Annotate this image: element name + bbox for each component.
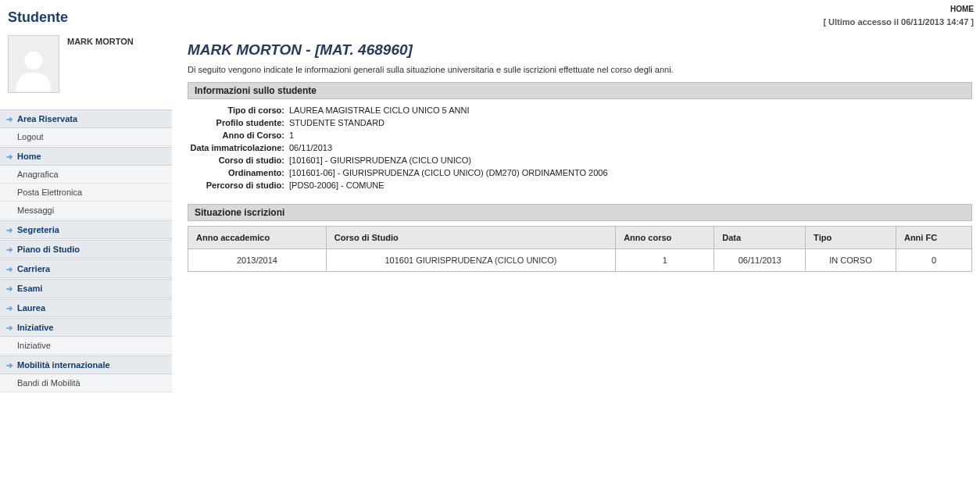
info-value: [101601] - GIURISPRUDENZA (CICLO UNICO) — [289, 155, 471, 165]
arrow-right-icon: ➔ — [6, 324, 13, 332]
table-cell: 06/11/2013 — [714, 249, 806, 272]
nav-item[interactable]: Posta Elettronica — [0, 184, 172, 202]
nav-heading[interactable]: ➔Segreteria — [0, 220, 172, 239]
table-header: Corso di Studio — [326, 227, 615, 249]
nav-heading-label: Esami — [17, 284, 42, 293]
nav-item[interactable]: Anagrafica — [0, 166, 172, 184]
table-cell: 0 — [896, 249, 971, 272]
info-value: STUDENTE STANDARD — [289, 118, 384, 127]
table-cell: 1 — [616, 249, 714, 272]
nav-heading-label: Laurea — [17, 303, 45, 313]
avatar — [8, 35, 59, 93]
nav-heading[interactable]: ➔Mobilità internazionale — [0, 356, 172, 374]
page-title: MARK MORTON - [MAT. 468960] — [188, 32, 972, 65]
sidebar-title: Studente — [0, 3, 68, 32]
nav-heading[interactable]: ➔Carriera — [0, 259, 172, 278]
nav-item[interactable]: Logout — [0, 128, 172, 146]
section-enrollments: Situazione iscrizioni — [188, 204, 972, 221]
info-value: 1 — [289, 130, 294, 140]
table-cell: 2013/2014 — [188, 249, 327, 272]
arrow-right-icon: ➔ — [6, 152, 13, 161]
main-content: MARK MORTON - [MAT. 468960] Di seguito v… — [172, 32, 980, 392]
student-info-table: Tipo di corso:LAUREA MAGISTRALE CICLO UN… — [188, 104, 972, 191]
table-cell: IN CORSO — [806, 249, 896, 272]
nav-heading-label: Segreteria — [17, 225, 59, 234]
intro-text: Di seguito vengono indicate le informazi… — [188, 65, 972, 82]
arrow-right-icon: ➔ — [6, 115, 13, 123]
table-header: Tipo — [806, 227, 896, 249]
arrow-right-icon: ➔ — [6, 284, 13, 293]
info-label: Profilo studente: — [188, 118, 289, 127]
info-label: Corso di studio: — [188, 155, 289, 165]
nav-heading[interactable]: ➔Home — [0, 147, 172, 166]
nav-item[interactable]: Bandi di Mobilità — [0, 374, 172, 392]
info-value: [PDS0-2006] - COMUNE — [289, 181, 384, 190]
arrow-right-icon: ➔ — [6, 226, 13, 234]
table-header: Data — [714, 227, 806, 249]
last-access-text: [ Ultimo accesso il 06/11/2013 14:47 ] — [823, 14, 974, 27]
nav-heading-label: Mobilità internazionale — [17, 360, 110, 370]
svg-point-0 — [24, 52, 42, 70]
student-name: MARK MORTON — [59, 35, 134, 46]
nav-heading-label: Home — [17, 152, 41, 161]
nav-heading[interactable]: ➔Iniziative — [0, 318, 172, 337]
info-label: Anno di Corso: — [188, 130, 289, 140]
table-row: 2013/2014101601 GIURISPRUDENZA (CICLO UN… — [188, 249, 972, 272]
arrow-right-icon: ➔ — [6, 245, 13, 254]
info-value: 06/11/2013 — [289, 143, 332, 152]
table-header: Anno corso — [616, 227, 714, 249]
nav-item[interactable]: Messaggi — [0, 202, 172, 220]
home-link[interactable]: HOME — [950, 5, 974, 13]
arrow-right-icon: ➔ — [6, 265, 13, 273]
info-value: LAUREA MAGISTRALE CICLO UNICO 5 ANNI — [289, 105, 469, 115]
table-cell: 101601 GIURISPRUDENZA (CICLO UNICO) — [326, 249, 615, 272]
nav-heading[interactable]: ➔Piano di Studio — [0, 240, 172, 259]
nav-heading-label: Carriera — [17, 264, 50, 273]
nav-menu: ➔Area RiservataLogout➔HomeAnagraficaPost… — [0, 109, 172, 392]
info-label: Tipo di corso: — [188, 105, 289, 115]
table-header: Anni FC — [896, 227, 971, 249]
enrollments-table: Anno accademicoCorso di StudioAnno corso… — [188, 226, 972, 272]
info-label: Data immatricolazione: — [188, 143, 289, 152]
nav-heading[interactable]: ➔Esami — [0, 279, 172, 298]
nav-heading-label: Piano di Studio — [17, 245, 80, 254]
nav-item[interactable]: Iniziative — [0, 337, 172, 355]
section-student-info: Informazioni sullo studente — [188, 82, 972, 99]
sidebar: MARK MORTON ➔Area RiservataLogout➔HomeAn… — [0, 32, 172, 392]
info-value: [101601-06] - GIURISPRUDENZA (CICLO UNIC… — [289, 168, 608, 177]
arrow-right-icon: ➔ — [6, 304, 13, 313]
nav-heading-label: Area Riservata — [17, 114, 77, 123]
info-label: Percorso di studio: — [188, 181, 289, 190]
table-header: Anno accademico — [188, 227, 327, 249]
nav-heading[interactable]: ➔Area Riservata — [0, 109, 172, 128]
arrow-right-icon: ➔ — [6, 361, 13, 370]
nav-heading[interactable]: ➔Laurea — [0, 298, 172, 317]
info-label: Ordinamento: — [188, 168, 289, 177]
nav-heading-label: Iniziative — [17, 323, 53, 332]
